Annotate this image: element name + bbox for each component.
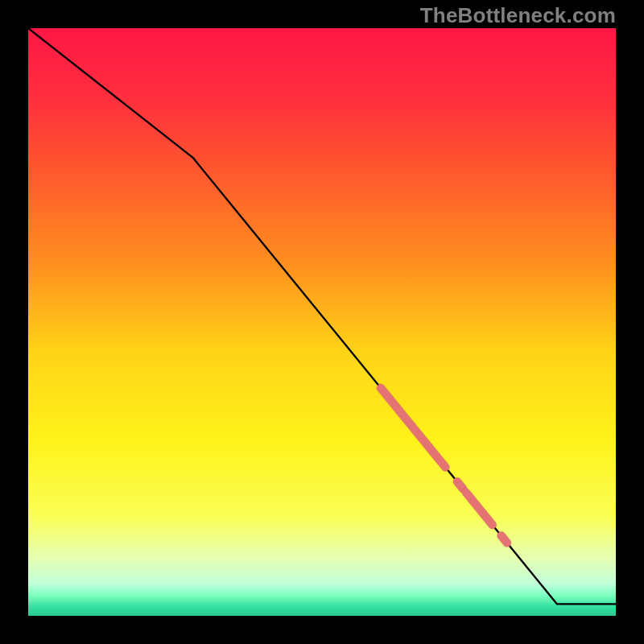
plot-svg <box>28 28 616 616</box>
highlight-pill <box>457 481 463 489</box>
frame-left <box>0 0 28 644</box>
frame-bottom <box>0 616 644 644</box>
frame-right <box>616 0 644 644</box>
attribution-text-overlay: TheBottleneck.com <box>420 3 616 28</box>
chart-stage: TheBottleneck.com TheBottleneck.com <box>0 0 644 644</box>
highlight-pill <box>502 535 507 543</box>
gradient-bg <box>28 28 616 616</box>
plot-area <box>28 28 616 616</box>
